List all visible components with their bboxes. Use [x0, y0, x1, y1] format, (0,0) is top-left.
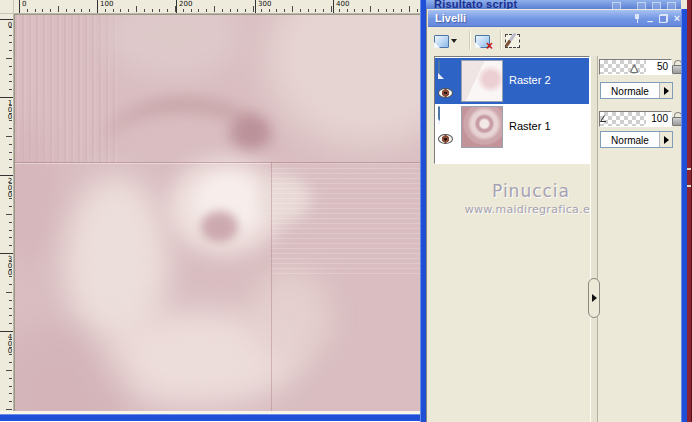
restore-button[interactable]	[652, 2, 661, 9]
splitter-handle[interactable]	[588, 278, 600, 318]
edit-selection-button[interactable]	[505, 30, 520, 52]
canvas-seam	[271, 162, 272, 414]
h-ruler-label: 100	[97, 0, 113, 13]
transparency-checker	[600, 60, 646, 74]
layers-list: Raster 2 Raster 1	[434, 56, 590, 164]
layers-palette: Livelli – × ×	[426, 9, 681, 422]
toolbar-separator	[469, 31, 471, 50]
brush-icon	[505, 33, 517, 48]
h-ruler-label: 200	[176, 0, 192, 13]
delete-layer-icon: ×	[475, 35, 490, 48]
screen-edge	[687, 0, 692, 422]
opacity-value: 100	[650, 113, 669, 124]
pin-button[interactable]	[631, 12, 643, 24]
minimize-button[interactable]	[637, 2, 646, 9]
blend-mode-value: Normale	[601, 134, 659, 146]
chevron-right-icon	[664, 136, 669, 144]
psp-workspace: 0 100 200 300 400 0 100 200 300 400	[0, 0, 692, 422]
new-layer-icon	[434, 35, 449, 48]
restore-button[interactable]	[657, 12, 669, 24]
ruler-medium-ticks	[6, 19, 12, 414]
delete-layer-button[interactable]: ×	[475, 30, 490, 52]
layers-palette-titlebar[interactable]: Livelli – ×	[428, 10, 681, 27]
blend-mode-value: Normale	[601, 85, 659, 97]
v-ruler-label: 400	[0, 331, 13, 354]
h-ruler-label: 400	[333, 0, 349, 13]
pin-icon[interactable]	[612, 2, 621, 9]
minimize-icon: –	[647, 18, 653, 24]
v-ruler-label: 300	[0, 253, 13, 276]
ruler-medium-ticks	[19, 6, 420, 12]
pin-icon	[633, 14, 641, 23]
raster-layer-icon	[438, 60, 440, 79]
blend-dropdown-button[interactable]	[659, 83, 672, 98]
layer-thumbnail[interactable]	[461, 60, 503, 102]
layers-toolbar: ×	[428, 27, 681, 54]
chevron-right-icon	[664, 87, 669, 95]
image-window-border	[0, 411, 420, 422]
script-result-titlebar[interactable]: Risultato script	[426, 0, 681, 9]
opacity-slider-raster2[interactable]: △ 50	[599, 59, 672, 75]
restore-icon	[659, 14, 668, 23]
raster-layer-icon	[438, 106, 440, 125]
h-ruler-label: 300	[255, 0, 271, 13]
visibility-eye-icon[interactable]	[438, 134, 453, 144]
v-ruler-label: 200	[0, 175, 13, 198]
vertical-ruler: 0 100 200 300 400	[0, 14, 14, 414]
layer-row-raster1[interactable]: Raster 1	[435, 104, 589, 150]
blend-dropdown-button[interactable]	[659, 132, 672, 147]
blend-mode-select-raster2[interactable]: Normale	[600, 82, 673, 99]
blend-mode-select-raster1[interactable]: Normale	[600, 131, 673, 148]
layer-name[interactable]: Raster 2	[509, 74, 551, 86]
close-button[interactable]	[667, 2, 676, 9]
toolbar-separator	[500, 31, 502, 50]
v-ruler-label: 100	[0, 97, 13, 120]
visibility-eye-icon[interactable]	[438, 88, 453, 98]
canvas-texture	[270, 163, 420, 275]
layer-row-raster2[interactable]: Raster 2	[435, 58, 589, 104]
chevron-down-icon	[451, 39, 457, 43]
layer-thumbnail[interactable]	[461, 106, 503, 148]
layers-palette-title: Livelli	[435, 12, 466, 24]
new-layer-button[interactable]	[434, 30, 457, 52]
horizontal-ruler: 0 100 200 300 400	[14, 0, 420, 14]
opacity-marker-icon[interactable]: △	[630, 61, 638, 74]
script-result-title: Risultato script	[434, 0, 517, 9]
opacity-value: 50	[656, 61, 669, 72]
h-ruler-label: 0	[19, 0, 26, 13]
opacity-slider-raster1[interactable]: 100	[599, 111, 672, 127]
image-canvas[interactable]	[14, 14, 420, 414]
minimize-button[interactable]: –	[644, 12, 656, 24]
chevron-right-icon	[592, 294, 597, 302]
ruler-corner	[0, 0, 14, 14]
v-ruler-label: 0	[0, 19, 13, 28]
edit-selection-icon	[505, 34, 520, 48]
close-icon: ×	[674, 13, 680, 24]
palette-splitter[interactable]	[590, 56, 598, 422]
opacity-marker-icon[interactable]: ∠	[599, 114, 607, 124]
layer-name[interactable]: Raster 1	[509, 120, 551, 132]
